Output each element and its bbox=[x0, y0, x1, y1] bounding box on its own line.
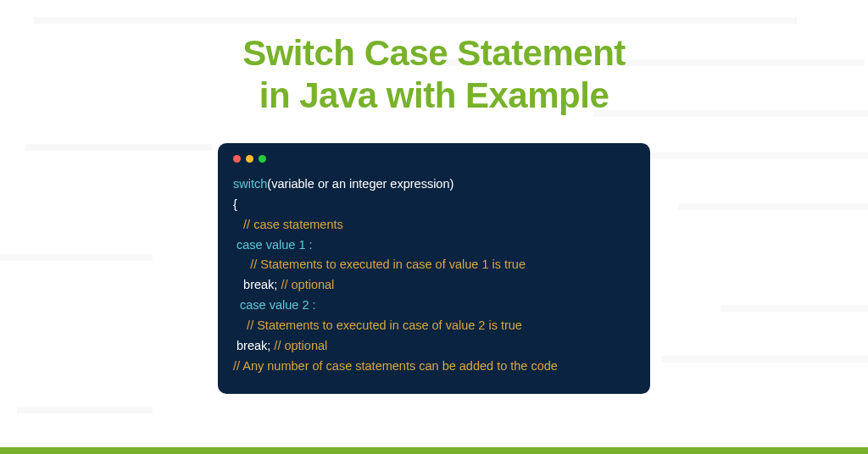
close-icon bbox=[233, 155, 241, 163]
code-comment: // Any number of case statements can be … bbox=[233, 359, 558, 373]
code-comment: // Statements to executed in case of val… bbox=[233, 257, 526, 271]
code-text: (variable or an integer expression) bbox=[267, 177, 453, 191]
code-comment: // Statements to executed in case of val… bbox=[233, 318, 522, 332]
title-line-2: in Java with Example bbox=[259, 75, 609, 115]
window-controls bbox=[233, 155, 635, 163]
code-break: break; bbox=[233, 278, 281, 291]
code-keyword-switch: switch bbox=[233, 177, 267, 191]
code-text: { bbox=[233, 197, 237, 211]
code-comment: // optional bbox=[281, 278, 334, 291]
footer-divider bbox=[0, 447, 868, 454]
code-case: case value 1 : bbox=[233, 238, 313, 252]
code-block: switch(variable or an integer expression… bbox=[233, 174, 635, 377]
maximize-icon bbox=[259, 155, 266, 163]
code-break: break; bbox=[233, 339, 274, 352]
code-window: switch(variable or an integer expression… bbox=[218, 143, 650, 394]
code-comment: // case statements bbox=[233, 218, 343, 231]
title-line-1: Switch Case Statement bbox=[242, 33, 626, 73]
minimize-icon bbox=[246, 155, 253, 163]
code-comment: // optional bbox=[274, 339, 327, 352]
code-case: case value 2 : bbox=[233, 298, 316, 312]
page-title: Switch Case Statement in Java with Examp… bbox=[0, 0, 868, 118]
